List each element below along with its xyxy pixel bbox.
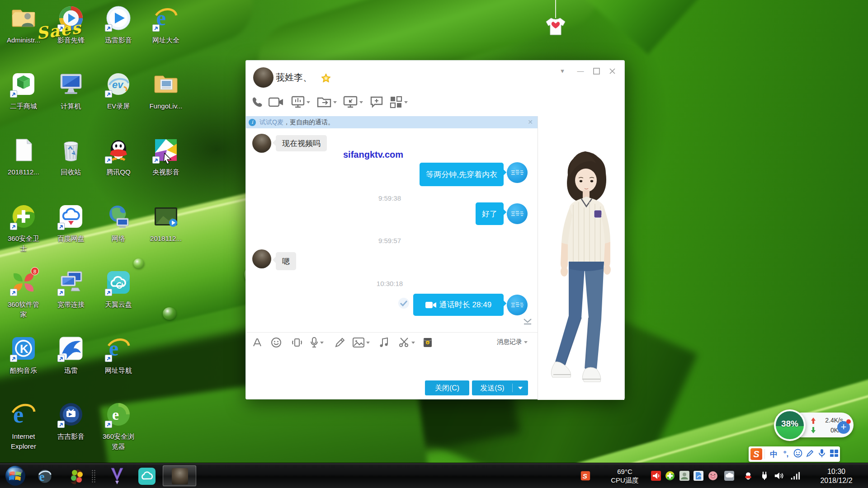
desktop-icon-360-browser[interactable]: e 360安全浏 览器 bbox=[95, 402, 142, 451]
tray-user-icon[interactable] bbox=[679, 471, 689, 481]
tray-power-icon[interactable] bbox=[760, 471, 769, 481]
tray-360-icon[interactable] bbox=[665, 471, 675, 481]
send-file-button[interactable] bbox=[317, 95, 337, 109]
window-titlebar[interactable]: 莪姓李、 ▾ — bbox=[246, 61, 624, 93]
incoming-avatar[interactable] bbox=[252, 249, 271, 268]
start-button[interactable] bbox=[5, 465, 26, 487]
desktop-icon-tianyi[interactable]: 天翼云盘 bbox=[95, 270, 142, 310]
desktop: Administr... 影音先锋 迅雷影音 e 网址大全 二手商城 计算机 e… bbox=[0, 0, 868, 488]
desktop-icon-recycle-bin[interactable]: 回收站 bbox=[47, 137, 94, 177]
cpu-temp[interactable]: 69°CCPU温度 bbox=[606, 467, 644, 484]
red-packet-button[interactable]: ¥ bbox=[423, 336, 432, 349]
desktop-icon-wangzhidaohang[interactable]: e 网址导航 bbox=[95, 336, 142, 375]
outgoing-avatar[interactable] bbox=[507, 295, 528, 315]
contact-avatar[interactable] bbox=[253, 67, 274, 88]
sogou-mode-toggle[interactable]: 中 bbox=[768, 449, 780, 460]
outgoing-avatar[interactable] bbox=[507, 203, 528, 224]
handwriting-button[interactable] bbox=[335, 336, 345, 349]
scroll-to-bottom-icon[interactable] bbox=[523, 318, 533, 325]
message-history-button[interactable]: 消息记录 bbox=[497, 338, 528, 346]
vip-star-icon[interactable] bbox=[321, 73, 331, 83]
desktop-icon-broadband[interactable]: 宽带连接 bbox=[47, 270, 94, 310]
tray-pig-icon[interactable] bbox=[708, 471, 718, 481]
delivered-check-icon bbox=[398, 297, 410, 309]
voice-message-button[interactable] bbox=[310, 336, 324, 349]
qq-chat-window: 莪姓李、 ▾ — i 试试Q麦 ，更自由的通话。 ✕ bbox=[245, 60, 625, 399]
sogou-logo[interactable]: S bbox=[750, 448, 762, 460]
shirt-string bbox=[555, 0, 556, 18]
svg-text:S: S bbox=[583, 472, 587, 480]
desktop-icon-ershoushangcheng[interactable]: 二手商城 bbox=[0, 71, 47, 111]
desktop-icon-fungoliv[interactable]: FungoLiv... bbox=[142, 71, 189, 111]
close-chat-button[interactable]: 关闭(C) bbox=[425, 380, 469, 395]
desktop-icon-qq[interactable]: 腾讯QQ bbox=[95, 137, 142, 177]
maximize-button[interactable] bbox=[593, 68, 600, 75]
desktop-icon-xunlei[interactable]: 迅雷 bbox=[47, 336, 94, 375]
desktop-icon-computer[interactable]: 计算机 bbox=[47, 71, 94, 111]
window-shake-button[interactable] bbox=[291, 336, 303, 349]
360-speed-ball[interactable]: 38% bbox=[774, 409, 806, 441]
shirt-charm bbox=[544, 16, 567, 37]
sogou-input-bar[interactable]: S 中 °, bbox=[749, 446, 840, 462]
taskbar-v-app-icon[interactable] bbox=[108, 467, 126, 485]
tray-network-icon[interactable] bbox=[790, 471, 800, 481]
tray-docs-icon[interactable] bbox=[693, 471, 703, 481]
svg-text:e: e bbox=[112, 406, 119, 423]
font-button[interactable] bbox=[252, 336, 262, 349]
contact-name: 莪姓李、 bbox=[276, 71, 312, 84]
3d-girl-avatar bbox=[538, 116, 624, 400]
chat-column: i 试试Q麦 ，更自由的通话。 ✕ 现在视频吗 sifangktv.com 等两… bbox=[246, 116, 538, 400]
outgoing-avatar[interactable] bbox=[507, 162, 528, 183]
desktop-icon-360-safe[interactable]: 360安全卫 士 bbox=[0, 204, 47, 253]
desktop-icon-ie[interactable]: e Internet Explorer bbox=[0, 402, 47, 451]
image-button[interactable] bbox=[353, 336, 370, 349]
desktop-icon-wangzhidaquan[interactable]: e 网址大全 bbox=[142, 5, 189, 45]
create-group-button[interactable] bbox=[370, 95, 383, 109]
sogou-emoji-button[interactable] bbox=[792, 449, 804, 460]
incoming-avatar[interactable] bbox=[252, 134, 271, 153]
taskbar-clock[interactable]: 10:302018/12/2 bbox=[809, 467, 863, 485]
desktop-icon-jiji[interactable]: 吉吉影音 bbox=[47, 402, 94, 441]
desktop-icon-baidupan[interactable]: 百度网盘 bbox=[47, 204, 94, 244]
emoji-button[interactable] bbox=[271, 336, 282, 349]
taskbar-cloud-app-icon[interactable] bbox=[138, 468, 156, 485]
desktop-icon-network[interactable]: 网络 bbox=[95, 204, 142, 244]
desktop-icon-xunlei-yingyin[interactable]: 迅雷影音 bbox=[95, 5, 142, 45]
sogou-pen-button[interactable] bbox=[804, 449, 816, 460]
window-settings-caret[interactable]: ▾ bbox=[556, 65, 569, 77]
close-button[interactable] bbox=[609, 68, 616, 75]
send-button[interactable]: 发送(S) bbox=[472, 380, 528, 395]
tray-qq-icon[interactable] bbox=[743, 471, 753, 481]
desktop-icon-360-manager[interactable]: 8 360软件管 家 bbox=[0, 270, 47, 319]
sogou-keyboard-button[interactable] bbox=[828, 449, 840, 460]
tray-megaphone-icon[interactable] bbox=[651, 471, 661, 481]
message-area[interactable]: 现在视频吗 sifangktv.com 等两分钟,先穿着内衣 9:59:38 好… bbox=[246, 128, 538, 332]
desktop-icon-video-2018112[interactable]: 2018112... bbox=[142, 204, 189, 244]
chat-toolbar bbox=[246, 93, 624, 116]
minimize-button[interactable]: — bbox=[574, 65, 587, 77]
desktop-icon-ev[interactable]: ev EV录屏 bbox=[95, 71, 142, 111]
chat-hyperlink[interactable]: sifangktv.com bbox=[343, 150, 403, 160]
apps-button[interactable] bbox=[390, 95, 408, 109]
taskbar-ie-icon[interactable]: e bbox=[37, 469, 52, 484]
tray-sogou-icon[interactable]: S bbox=[580, 471, 590, 481]
voice-call-button[interactable] bbox=[251, 95, 263, 109]
video-call-button[interactable] bbox=[269, 95, 284, 109]
tray-volume-icon[interactable] bbox=[774, 471, 784, 481]
sogou-punct-toggle[interactable]: °, bbox=[780, 450, 792, 459]
screenshot-button[interactable] bbox=[399, 336, 415, 349]
notification-badge: 8 bbox=[31, 267, 39, 275]
desktop-icon-kugou[interactable]: K 酷狗音乐 bbox=[0, 336, 47, 375]
remote-desktop-button[interactable] bbox=[343, 95, 363, 109]
tray-cloud-icon[interactable] bbox=[724, 471, 734, 481]
send-options-caret[interactable] bbox=[518, 387, 523, 389]
taskbar-sogou-icon[interactable] bbox=[69, 468, 85, 484]
sogou-mic-button[interactable] bbox=[816, 449, 828, 460]
screen-broadcast-button[interactable] bbox=[291, 95, 310, 109]
desktop-icon-doc-2018112[interactable]: 2018112... bbox=[0, 137, 47, 177]
music-button[interactable] bbox=[380, 336, 389, 349]
notice-link[interactable]: 试试Q麦 bbox=[259, 118, 283, 127]
taskbar-active-chat[interactable] bbox=[163, 465, 196, 486]
timestamp: 10:30:18 bbox=[344, 280, 435, 287]
notice-close-icon[interactable]: ✕ bbox=[528, 118, 533, 126]
